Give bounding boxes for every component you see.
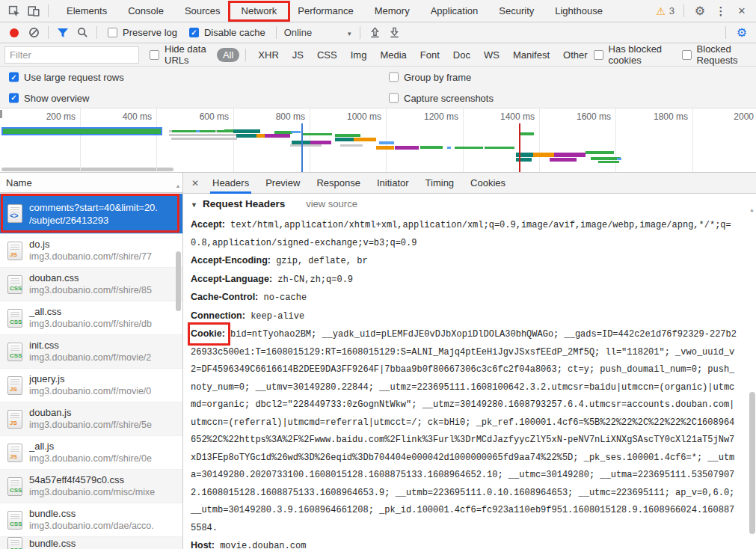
filter-type-font[interactable]: Font <box>414 48 446 62</box>
request-row[interactable]: <>comments?start=40&limit=20./subject/26… <box>0 193 182 233</box>
file-icon-label: CSS <box>10 353 22 359</box>
disable-cache-checkbox[interactable]: Disable cache <box>189 27 265 38</box>
scroll-up-arrow-icon[interactable] <box>748 203 756 214</box>
overview-waterfall-bar <box>171 138 237 140</box>
capture-screenshots-checkbox[interactable]: Capture screenshots <box>389 92 494 103</box>
overview-waterfall-bar <box>265 134 290 138</box>
tab-label: Sources <box>185 5 221 16</box>
blocked-requests-checkbox[interactable]: Blocked Requests <box>682 43 750 66</box>
filter-type-ws[interactable]: WS <box>478 48 505 62</box>
file-icon-label: CSS <box>10 286 22 292</box>
request-domain: img3.doubanio.com/f/shire/5e <box>29 419 152 432</box>
filter-type-all[interactable]: All <box>217 48 239 62</box>
overview-waterfall-bar <box>586 151 614 154</box>
header-line: Accept-Encoding: gzip, deflate, br <box>191 252 737 271</box>
checkbox-box <box>594 50 603 60</box>
file-icon-label: CSS <box>10 319 22 325</box>
collapse-triangle-icon[interactable] <box>191 198 197 209</box>
has-blocked-cookies-checkbox[interactable]: Has blocked cookies <box>594 43 670 66</box>
filter-type-xhr[interactable]: XHR <box>252 48 284 62</box>
filter-type-media[interactable]: Media <box>374 48 412 62</box>
overview-scrollbar-thumb[interactable] <box>1 168 173 171</box>
settings-gear-icon[interactable] <box>690 2 710 20</box>
request-row[interactable]: JSdo.jsimg3.doubanio.com/f/shire/77 <box>0 233 182 267</box>
header-line: Host: movie.douban.com <box>191 537 737 549</box>
filter-type-doc[interactable]: Doc <box>447 48 476 62</box>
use-large-request-rows-checkbox[interactable]: Use large request rows <box>9 72 124 83</box>
detail-tab-preview[interactable]: Preview <box>257 173 308 193</box>
issues-badge[interactable]: 3 <box>656 5 674 17</box>
request-list-scrollbar-thumb[interactable] <box>176 251 181 311</box>
clear-network-log-button[interactable] <box>24 24 43 42</box>
request-row[interactable]: CSSdouban.cssimg3.doubanio.com/f/shire/8… <box>0 267 182 301</box>
filter-type-js[interactable]: JS <box>286 48 310 62</box>
export-har-icon[interactable] <box>384 24 404 42</box>
devtools-tab-bar: ElementsConsoleSourcesNetworkPerformance… <box>0 0 756 22</box>
request-headers-section-header[interactable]: Request Headers view source <box>183 194 756 214</box>
close-devtools-icon[interactable] <box>732 2 752 20</box>
request-text: init.cssimg3.doubanio.com/f/movie/2 <box>29 339 151 364</box>
file-icon-label: CSS <box>10 548 22 549</box>
headers-content: Accept: text/html,application/xhtml+xml,… <box>183 214 756 549</box>
detail-tab-response[interactable]: Response <box>308 173 369 193</box>
tab-memory[interactable]: Memory <box>364 0 420 22</box>
annotation-box-cookie-header <box>188 322 230 346</box>
filter-type-img[interactable]: Img <box>345 48 373 62</box>
filter-input[interactable] <box>4 46 139 64</box>
request-text: bundle.cssimg3.doubanio.com/dae/acco. <box>29 507 154 533</box>
tab-security[interactable]: Security <box>488 0 544 22</box>
name-column-header[interactable]: Name <box>0 173 182 193</box>
search-icon[interactable] <box>73 24 92 42</box>
inspect-element-icon[interactable] <box>4 2 24 20</box>
header-name: Cache-Control: <box>191 292 258 302</box>
throttling-dropdown[interactable]: Online <box>284 27 353 38</box>
show-overview-checkbox[interactable]: Show overview <box>9 92 89 103</box>
request-row[interactable]: CSS_all.cssimg3.doubanio.com/f/shire/db <box>0 301 182 334</box>
filter-type-other[interactable]: Other <box>557 48 594 62</box>
close-details-icon[interactable] <box>186 177 204 188</box>
detail-tab-cookies[interactable]: Cookies <box>462 173 514 193</box>
detail-tab-timing[interactable]: Timing <box>417 173 463 193</box>
tab-performance[interactable]: Performance <box>287 0 363 22</box>
overview-gridline <box>539 108 540 172</box>
filter-funnel-icon[interactable] <box>53 24 73 42</box>
more-options-icon[interactable] <box>711 2 731 20</box>
request-row[interactable]: JSdouban.jsimg3.doubanio.com/f/shire/5e <box>0 402 182 435</box>
device-toolbar-icon[interactable] <box>24 2 43 20</box>
headers-scrollbar-thumb[interactable] <box>749 392 755 534</box>
tab-console[interactable]: Console <box>117 0 174 22</box>
overview-resize-handle[interactable] <box>0 110 2 118</box>
preserve-log-checkbox[interactable]: Preserve log <box>108 27 177 38</box>
record-network-log-button[interactable] <box>4 24 24 42</box>
filter-type-manifest[interactable]: Manifest <box>507 48 556 62</box>
view-source-link[interactable]: view source <box>306 198 357 209</box>
resource-type-filters: AllXHRJSCSSImgMediaFontDocWSManifestOthe… <box>217 48 594 62</box>
network-overview-timeline[interactable]: 200 ms400 ms600 ms800 ms1000 ms1200 ms14… <box>0 108 756 173</box>
request-text: bundle.css <box>29 537 76 549</box>
request-row[interactable]: CSSbundle.cssimg3.doubanio.com/dae/acco. <box>0 503 182 536</box>
request-text: comments?start=40&limit=20./subject/2641… <box>29 201 158 227</box>
tab-application[interactable]: Application <box>420 0 489 22</box>
scroll-up-arrow-icon[interactable] <box>174 179 182 190</box>
tab-label: Network <box>242 5 277 16</box>
hide-data-urls-checkbox[interactable]: Hide data URLs <box>150 43 211 66</box>
filter-type-css[interactable]: CSS <box>311 48 343 62</box>
detail-tab-initiator[interactable]: Initiator <box>369 173 417 193</box>
group-by-frame-checkbox[interactable]: Group by frame <box>389 72 471 83</box>
request-row[interactable]: JSjquery.jsimg3.doubanio.com/f/movie/0 <box>0 368 182 402</box>
tab-elements[interactable]: Elements <box>56 0 117 22</box>
file-icon-label: CSS <box>10 521 22 527</box>
request-row[interactable]: JS_all.jsimg3.doubanio.com/f/shire/0e <box>0 435 182 469</box>
request-row[interactable]: CSS54a57eff4f4579c0.cssimg3.doubanio.com… <box>0 469 182 503</box>
tab-sources[interactable]: Sources <box>174 0 231 22</box>
request-row[interactable]: CSSbundle.css <box>0 536 182 549</box>
network-settings-gear-icon[interactable] <box>732 24 752 42</box>
detail-tab-headers[interactable]: Headers <box>204 173 257 193</box>
tab-network[interactable]: Network <box>231 0 288 22</box>
request-row[interactable]: CSSinit.cssimg3.doubanio.com/f/movie/2 <box>0 334 182 368</box>
import-har-icon[interactable] <box>365 24 384 42</box>
header-value: movie.douban.com <box>220 541 306 549</box>
overview-event-line <box>519 123 520 172</box>
overview-waterfall-bar <box>1 127 162 135</box>
tab-lighthouse[interactable]: Lighthouse <box>544 0 613 22</box>
